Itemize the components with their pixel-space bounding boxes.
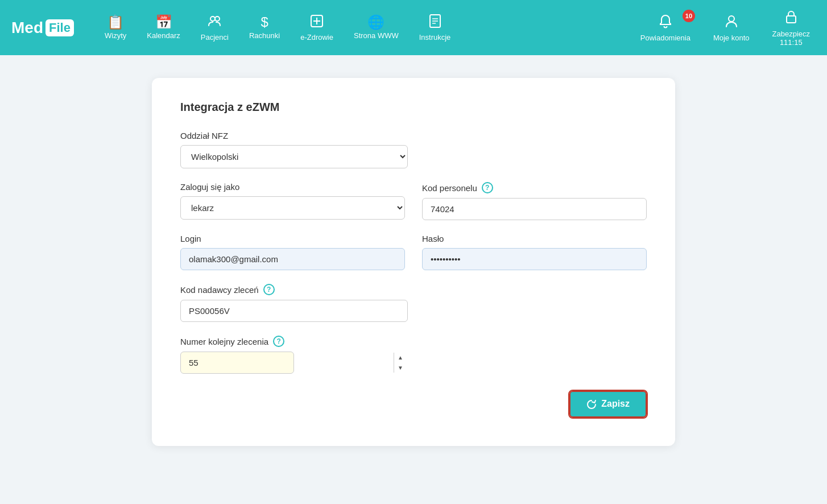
strona-www-icon: 🌐 — [367, 15, 384, 29]
wizyty-label: Wizyty — [105, 31, 126, 40]
kod-nadawcy-help-icon[interactable]: ? — [263, 284, 275, 295]
nav-item-zabezpiecz[interactable]: Zabezpiecz 111:15 — [767, 5, 816, 51]
lock-icon — [783, 9, 799, 27]
haslo-input[interactable] — [422, 248, 647, 270]
login-group: Login — [180, 234, 405, 270]
ezdrowie-icon — [309, 14, 324, 31]
kalendarz-icon: 📅 — [155, 15, 172, 29]
kod-nadawcy-group: Kod nadawcy zleceń ? — [180, 284, 408, 322]
oddzial-nfz-select[interactable]: Wielkopolski Mazowiecki Śląski Małopolsk… — [180, 145, 408, 168]
nav-item-moje-konto[interactable]: Moje konto — [708, 9, 755, 47]
kalendarz-label: Kalendarz — [147, 31, 180, 40]
wizyty-icon: 📋 — [107, 15, 124, 29]
main-content: Integracja z eZWM Oddział NFZ Wielkopols… — [0, 55, 827, 469]
logo[interactable]: Med File — [11, 19, 80, 37]
nav-items: 📋 Wizyty 📅 Kalendarz Pacjenci $ Rachunki — [97, 9, 635, 46]
login-input[interactable] — [180, 248, 405, 270]
haslo-label: Hasło — [422, 234, 647, 243]
numer-kolejny-label: Numer kolejny zlecenia ? — [180, 336, 408, 347]
numer-kolejny-help-icon[interactable]: ? — [273, 336, 284, 347]
nav-right: 10 Powiadomienia Moje konto — [635, 5, 816, 51]
svg-point-9 — [729, 16, 734, 22]
nav-item-rachunki[interactable]: $ Rachunki — [241, 11, 288, 44]
powiadomienia-label: Powiadomienia — [640, 34, 690, 42]
row-login-haslo: Login Hasło — [180, 234, 647, 270]
login-label: Login — [180, 234, 405, 243]
kod-nadawcy-label: Kod nadawcy zleceń ? — [180, 284, 408, 295]
zabezpiecz-label: Zabezpiecz — [772, 30, 810, 38]
logo-med-text: Med — [11, 19, 43, 37]
bell-icon — [658, 13, 673, 31]
zaloguj-jako-group: Zaloguj się jako lekarz pielęgniarka far… — [180, 182, 405, 220]
rachunki-icon: $ — [260, 15, 268, 29]
nav-item-wizyty[interactable]: 📋 Wizyty — [97, 11, 134, 44]
nav-item-instrukcje[interactable]: Instrukcje — [411, 9, 459, 46]
notification-badge: 10 — [683, 10, 695, 22]
ezdrowie-label: e-Zdrowie — [300, 33, 333, 42]
svg-point-0 — [210, 16, 215, 21]
save-button-label: Zapisz — [601, 399, 630, 409]
nav-item-kalendarz[interactable]: 📅 Kalendarz — [139, 11, 188, 44]
main-header: Med File 📋 Wizyty 📅 Kalendarz — [0, 0, 827, 55]
oddzial-nfz-group: Oddział NFZ Wielkopolski Mazowiecki Śląs… — [180, 131, 647, 168]
kod-personelu-group: Kod personelu ? — [422, 182, 647, 220]
stepper-down-button[interactable]: ▼ — [394, 363, 407, 373]
numer-kolejny-input[interactable] — [180, 352, 294, 374]
kod-personelu-input[interactable] — [422, 198, 647, 220]
logo-file-text: File — [49, 20, 71, 35]
kod-nadawcy-section: Kod nadawcy zleceń ? — [180, 284, 647, 322]
nav-item-ezdrowie[interactable]: e-Zdrowie — [292, 9, 341, 46]
stepper-up-button[interactable]: ▲ — [394, 353, 407, 363]
pacjenci-label: Pacjenci — [201, 33, 229, 42]
kod-personelu-help-icon[interactable]: ? — [482, 182, 493, 193]
numer-kolejny-wrapper: ▲ ▼ — [180, 352, 408, 374]
strona-www-label: Strona WWW — [354, 31, 399, 40]
numer-kolejny-group: Numer kolejny zlecenia ? ▲ ▼ — [180, 336, 408, 374]
nav-item-pacjenci[interactable]: Pacjenci — [193, 9, 237, 46]
form-card: Integracja z eZWM Oddział NFZ Wielkopols… — [152, 78, 675, 446]
zaloguj-jako-label: Zaloguj się jako — [180, 182, 405, 192]
pacjenci-icon — [207, 14, 222, 31]
time-display: 111:15 — [780, 38, 803, 47]
form-title: Integracja z eZWM — [180, 101, 647, 114]
nav-item-strona-www[interactable]: 🌐 Strona WWW — [346, 11, 407, 44]
form-footer: Zapisz — [180, 391, 647, 418]
oddzial-nfz-label: Oddział NFZ — [180, 131, 647, 141]
svg-rect-10 — [787, 16, 796, 23]
save-button[interactable]: Zapisz — [569, 391, 647, 418]
instrukcje-label: Instrukcje — [419, 33, 451, 42]
stepper: ▲ ▼ — [394, 353, 407, 373]
instrukcje-icon — [428, 14, 443, 31]
account-icon — [723, 13, 739, 31]
kod-nadawcy-input[interactable] — [180, 300, 408, 322]
nav-item-powiadomienia[interactable]: 10 Powiadomienia — [635, 9, 696, 47]
kod-personelu-label: Kod personelu ? — [422, 182, 647, 193]
save-icon — [586, 399, 597, 410]
zaloguj-jako-select[interactable]: lekarz pielęgniarka farmaceuta administr… — [180, 196, 405, 220]
numer-kolejny-section: Numer kolejny zlecenia ? ▲ ▼ — [180, 336, 647, 374]
moje-konto-label: Moje konto — [713, 34, 750, 42]
row-zaloguj-kod: Zaloguj się jako lekarz pielęgniarka far… — [180, 182, 647, 220]
oddzial-nfz-section: Oddział NFZ Wielkopolski Mazowiecki Śląs… — [180, 131, 647, 168]
rachunki-label: Rachunki — [249, 31, 280, 40]
haslo-group: Hasło — [422, 234, 647, 270]
svg-point-1 — [215, 16, 220, 21]
